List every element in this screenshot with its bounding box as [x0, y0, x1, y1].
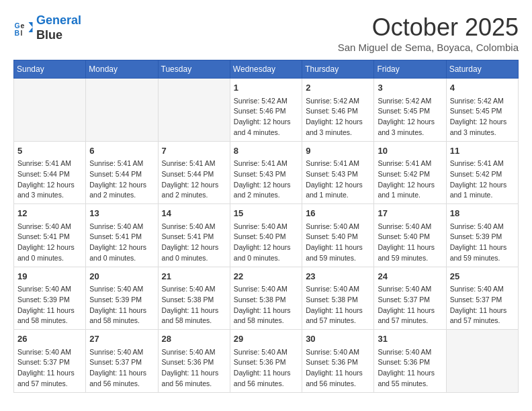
day-info: Sunrise: 5:42 AM Sunset: 5:45 PM Dayligh… — [450, 96, 515, 138]
calendar-cell: 9Sunrise: 5:41 AM Sunset: 5:43 PM Daylig… — [302, 141, 374, 204]
calendar-cell — [14, 79, 86, 142]
day-number: 28 — [162, 332, 226, 346]
day-info: Sunrise: 5:42 AM Sunset: 5:45 PM Dayligh… — [378, 96, 442, 138]
calendar-cell: 26Sunrise: 5:40 AM Sunset: 5:37 PM Dayli… — [14, 330, 86, 393]
calendar-cell: 17Sunrise: 5:40 AM Sunset: 5:40 PM Dayli… — [374, 204, 446, 267]
weekday-header-friday: Friday — [374, 60, 446, 79]
location-subtitle: San Miguel de Sema, Boyaca, Colombia — [338, 42, 519, 53]
logo: G e B l General Blue — [13, 13, 81, 42]
day-number: 17 — [378, 207, 442, 220]
calendar-cell: 10Sunrise: 5:41 AM Sunset: 5:42 PM Dayli… — [374, 141, 446, 204]
svg-text:e: e — [21, 21, 25, 30]
calendar-week-4: 19Sunrise: 5:40 AM Sunset: 5:39 PM Dayli… — [14, 267, 519, 330]
day-info: Sunrise: 5:40 AM Sunset: 5:40 PM Dayligh… — [234, 222, 298, 264]
calendar-cell: 19Sunrise: 5:40 AM Sunset: 5:39 PM Dayli… — [14, 267, 86, 330]
calendar-cell: 23Sunrise: 5:40 AM Sunset: 5:38 PM Dayli… — [302, 267, 374, 330]
day-number: 2 — [306, 81, 370, 95]
day-info: Sunrise: 5:40 AM Sunset: 5:36 PM Dayligh… — [378, 347, 442, 390]
calendar-cell: 29Sunrise: 5:40 AM Sunset: 5:36 PM Dayli… — [230, 330, 302, 393]
logo-line1: General — [36, 13, 81, 27]
day-info: Sunrise: 5:40 AM Sunset: 5:38 PM Dayligh… — [162, 284, 226, 326]
day-info: Sunrise: 5:41 AM Sunset: 5:42 PM Dayligh… — [378, 158, 442, 201]
day-info: Sunrise: 5:41 AM Sunset: 5:44 PM Dayligh… — [162, 158, 226, 201]
calendar-cell: 4Sunrise: 5:42 AM Sunset: 5:45 PM Daylig… — [446, 79, 518, 142]
page-header: G e B l General Blue October 2025 San Mi… — [13, 13, 519, 53]
calendar-cell: 28Sunrise: 5:40 AM Sunset: 5:36 PM Dayli… — [158, 330, 230, 393]
calendar-cell: 2Sunrise: 5:42 AM Sunset: 5:46 PM Daylig… — [302, 79, 374, 142]
weekday-header-saturday: Saturday — [446, 60, 518, 79]
day-number: 27 — [89, 332, 154, 346]
calendar-cell — [158, 79, 230, 142]
day-number: 13 — [89, 207, 154, 220]
calendar-cell — [86, 79, 158, 142]
day-number: 18 — [450, 207, 515, 220]
calendar-cell: 31Sunrise: 5:40 AM Sunset: 5:36 PM Dayli… — [374, 330, 446, 393]
day-number: 15 — [234, 207, 298, 220]
day-number: 6 — [89, 144, 154, 158]
day-info: Sunrise: 5:40 AM Sunset: 5:38 PM Dayligh… — [306, 284, 370, 326]
calendar-cell: 25Sunrise: 5:40 AM Sunset: 5:37 PM Dayli… — [446, 267, 518, 330]
calendar-header-row: SundayMondayTuesdayWednesdayThursdayFrid… — [14, 60, 519, 79]
calendar-cell: 21Sunrise: 5:40 AM Sunset: 5:38 PM Dayli… — [158, 267, 230, 330]
svg-text:G: G — [15, 21, 20, 30]
weekday-header-tuesday: Tuesday — [158, 60, 230, 79]
calendar-cell: 22Sunrise: 5:40 AM Sunset: 5:38 PM Dayli… — [230, 267, 302, 330]
day-info: Sunrise: 5:40 AM Sunset: 5:41 PM Dayligh… — [162, 222, 226, 264]
day-info: Sunrise: 5:42 AM Sunset: 5:46 PM Dayligh… — [306, 96, 370, 138]
day-number: 31 — [378, 332, 442, 346]
svg-text:l: l — [21, 29, 23, 37]
calendar-week-3: 12Sunrise: 5:40 AM Sunset: 5:41 PM Dayli… — [14, 204, 519, 267]
weekday-header-thursday: Thursday — [302, 60, 374, 79]
title-block: October 2025 San Miguel de Sema, Boyaca,… — [338, 13, 519, 53]
day-info: Sunrise: 5:40 AM Sunset: 5:41 PM Dayligh… — [89, 222, 154, 264]
day-info: Sunrise: 5:40 AM Sunset: 5:40 PM Dayligh… — [306, 222, 370, 264]
day-info: Sunrise: 5:41 AM Sunset: 5:42 PM Dayligh… — [450, 158, 515, 201]
day-number: 21 — [162, 270, 226, 283]
logo-icon: G e B l — [13, 18, 34, 38]
day-info: Sunrise: 5:40 AM Sunset: 5:39 PM Dayligh… — [450, 222, 515, 264]
day-info: Sunrise: 5:40 AM Sunset: 5:37 PM Dayligh… — [17, 347, 82, 390]
day-info: Sunrise: 5:40 AM Sunset: 5:39 PM Dayligh… — [89, 284, 154, 326]
day-number: 24 — [378, 270, 442, 283]
calendar-week-5: 26Sunrise: 5:40 AM Sunset: 5:37 PM Dayli… — [14, 330, 519, 393]
day-number: 9 — [306, 144, 370, 158]
weekday-header-sunday: Sunday — [14, 60, 86, 79]
day-info: Sunrise: 5:42 AM Sunset: 5:46 PM Dayligh… — [234, 96, 298, 138]
day-number: 5 — [17, 144, 82, 158]
calendar-body: 1Sunrise: 5:42 AM Sunset: 5:46 PM Daylig… — [14, 79, 519, 393]
calendar-table: SundayMondayTuesdayWednesdayThursdayFrid… — [13, 60, 519, 393]
calendar-cell: 11Sunrise: 5:41 AM Sunset: 5:42 PM Dayli… — [446, 141, 518, 204]
calendar-week-1: 1Sunrise: 5:42 AM Sunset: 5:46 PM Daylig… — [14, 79, 519, 142]
day-number: 7 — [162, 144, 226, 158]
weekday-header-monday: Monday — [86, 60, 158, 79]
day-number: 26 — [17, 332, 82, 346]
calendar-cell: 30Sunrise: 5:40 AM Sunset: 5:36 PM Dayli… — [302, 330, 374, 393]
day-number: 30 — [306, 332, 370, 346]
day-number: 22 — [234, 270, 298, 283]
month-title: October 2025 — [338, 13, 519, 42]
day-number: 23 — [306, 270, 370, 283]
calendar-cell: 12Sunrise: 5:40 AM Sunset: 5:41 PM Dayli… — [14, 204, 86, 267]
day-info: Sunrise: 5:40 AM Sunset: 5:38 PM Dayligh… — [234, 284, 298, 326]
day-number: 19 — [17, 270, 82, 283]
day-number: 20 — [89, 270, 154, 283]
day-number: 10 — [378, 144, 442, 158]
calendar-cell — [446, 330, 518, 393]
svg-marker-4 — [29, 22, 33, 32]
calendar-cell: 7Sunrise: 5:41 AM Sunset: 5:44 PM Daylig… — [158, 141, 230, 204]
calendar-cell: 18Sunrise: 5:40 AM Sunset: 5:39 PM Dayli… — [446, 204, 518, 267]
logo-line2: Blue — [36, 28, 62, 42]
day-number: 4 — [450, 81, 515, 95]
day-info: Sunrise: 5:41 AM Sunset: 5:44 PM Dayligh… — [89, 158, 154, 201]
day-info: Sunrise: 5:40 AM Sunset: 5:39 PM Dayligh… — [17, 284, 82, 326]
calendar-cell: 15Sunrise: 5:40 AM Sunset: 5:40 PM Dayli… — [230, 204, 302, 267]
day-info: Sunrise: 5:40 AM Sunset: 5:37 PM Dayligh… — [450, 284, 515, 326]
calendar-week-2: 5Sunrise: 5:41 AM Sunset: 5:44 PM Daylig… — [14, 141, 519, 204]
calendar-cell: 16Sunrise: 5:40 AM Sunset: 5:40 PM Dayli… — [302, 204, 374, 267]
day-number: 1 — [234, 81, 298, 95]
day-info: Sunrise: 5:40 AM Sunset: 5:37 PM Dayligh… — [89, 347, 154, 390]
calendar-cell: 20Sunrise: 5:40 AM Sunset: 5:39 PM Dayli… — [86, 267, 158, 330]
day-info: Sunrise: 5:41 AM Sunset: 5:44 PM Dayligh… — [17, 158, 82, 201]
day-info: Sunrise: 5:41 AM Sunset: 5:43 PM Dayligh… — [306, 158, 370, 201]
svg-text:B: B — [15, 29, 20, 37]
